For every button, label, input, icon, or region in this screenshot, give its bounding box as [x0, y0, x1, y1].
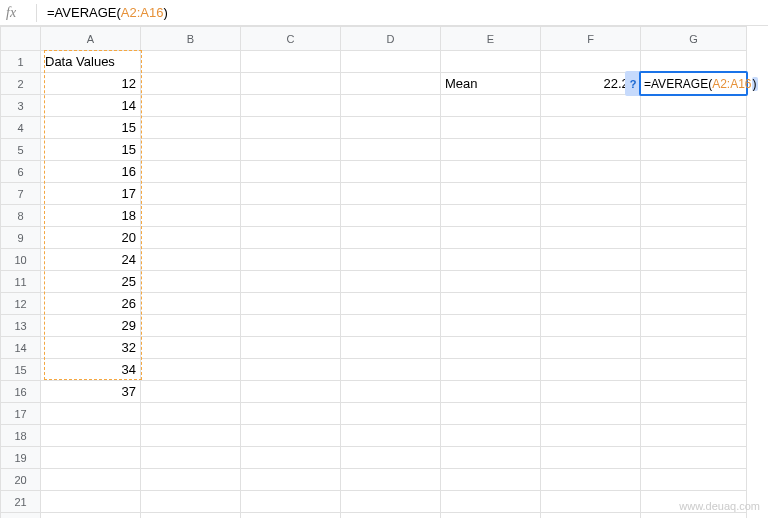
cell-A10[interactable]: 24: [41, 249, 141, 271]
cell-G1[interactable]: [641, 51, 747, 73]
cell[interactable]: [241, 205, 341, 227]
cell[interactable]: [641, 425, 747, 447]
cell-C1[interactable]: [241, 51, 341, 73]
col-header-G[interactable]: G: [641, 27, 747, 51]
cell[interactable]: [541, 403, 641, 425]
cell[interactable]: [441, 337, 541, 359]
cell[interactable]: [541, 227, 641, 249]
cell[interactable]: [241, 403, 341, 425]
cell[interactable]: [141, 491, 241, 513]
row-header-14[interactable]: 14: [1, 337, 41, 359]
cell[interactable]: [241, 315, 341, 337]
cell[interactable]: [241, 381, 341, 403]
cell[interactable]: [241, 161, 341, 183]
cell[interactable]: [341, 447, 441, 469]
cell[interactable]: [541, 315, 641, 337]
cell[interactable]: [241, 447, 341, 469]
cell[interactable]: [641, 381, 747, 403]
col-header-C[interactable]: C: [241, 27, 341, 51]
cell[interactable]: [441, 513, 541, 519]
cell-A9[interactable]: 20: [41, 227, 141, 249]
cell[interactable]: [641, 205, 747, 227]
cell[interactable]: [141, 447, 241, 469]
cell[interactable]: [541, 271, 641, 293]
cell[interactable]: [141, 227, 241, 249]
cell[interactable]: [441, 205, 541, 227]
row-header-5[interactable]: 5: [1, 139, 41, 161]
cell[interactable]: [141, 271, 241, 293]
cell[interactable]: [341, 183, 441, 205]
cell[interactable]: [441, 95, 541, 117]
row-header-11[interactable]: 11: [1, 271, 41, 293]
cell-A5[interactable]: 15: [41, 139, 141, 161]
cell[interactable]: [541, 381, 641, 403]
cell-D1[interactable]: [341, 51, 441, 73]
cell[interactable]: [641, 447, 747, 469]
cell[interactable]: [641, 249, 747, 271]
cell[interactable]: [241, 95, 341, 117]
cell[interactable]: [641, 513, 747, 519]
col-header-F[interactable]: F: [541, 27, 641, 51]
row-header-17[interactable]: 17: [1, 403, 41, 425]
cell[interactable]: [441, 491, 541, 513]
cell[interactable]: [541, 139, 641, 161]
cell[interactable]: [341, 469, 441, 491]
cell[interactable]: [141, 95, 241, 117]
cell[interactable]: [141, 315, 241, 337]
cell[interactable]: [441, 139, 541, 161]
cell[interactable]: [141, 139, 241, 161]
cell[interactable]: [41, 403, 141, 425]
cell[interactable]: [641, 293, 747, 315]
cell-A8[interactable]: 18: [41, 205, 141, 227]
row-header-15[interactable]: 15: [1, 359, 41, 381]
cell[interactable]: [441, 447, 541, 469]
cell[interactable]: [441, 249, 541, 271]
row-header-19[interactable]: 19: [1, 447, 41, 469]
cell[interactable]: [341, 359, 441, 381]
cell[interactable]: [441, 315, 541, 337]
row-header-10[interactable]: 10: [1, 249, 41, 271]
cell[interactable]: [641, 337, 747, 359]
cell-D2[interactable]: [341, 73, 441, 95]
cell[interactable]: [541, 469, 641, 491]
cell[interactable]: [141, 403, 241, 425]
row-header-4[interactable]: 4: [1, 117, 41, 139]
cell-A14[interactable]: 32: [41, 337, 141, 359]
cell[interactable]: [141, 381, 241, 403]
cell[interactable]: [341, 403, 441, 425]
cell[interactable]: [441, 271, 541, 293]
cell[interactable]: [541, 513, 641, 519]
cell[interactable]: [541, 183, 641, 205]
cell[interactable]: [641, 469, 747, 491]
cell[interactable]: [541, 359, 641, 381]
cell[interactable]: [441, 469, 541, 491]
cell[interactable]: [441, 293, 541, 315]
cell[interactable]: [241, 337, 341, 359]
row-header-2[interactable]: 2: [1, 73, 41, 95]
spreadsheet-grid[interactable]: A B C D E F G 1 Data Values 2 12 Mean 2: [0, 26, 747, 518]
cell[interactable]: [541, 205, 641, 227]
cell-A7[interactable]: 17: [41, 183, 141, 205]
cell[interactable]: [341, 271, 441, 293]
cell[interactable]: [241, 469, 341, 491]
formula-bar[interactable]: fx =AVERAGE(A2:A16): [0, 0, 768, 26]
cell[interactable]: [541, 447, 641, 469]
cell[interactable]: [341, 249, 441, 271]
col-header-E[interactable]: E: [441, 27, 541, 51]
cell[interactable]: [141, 513, 241, 519]
cell[interactable]: [441, 161, 541, 183]
cell-A2[interactable]: 12: [41, 73, 141, 95]
row-header-22[interactable]: 22: [1, 513, 41, 519]
cell[interactable]: [441, 117, 541, 139]
row-header-6[interactable]: 6: [1, 161, 41, 183]
row-header-20[interactable]: 20: [1, 469, 41, 491]
row-header-8[interactable]: 8: [1, 205, 41, 227]
cell-A13[interactable]: 29: [41, 315, 141, 337]
cell[interactable]: [541, 117, 641, 139]
cell[interactable]: [541, 293, 641, 315]
cell[interactable]: [341, 227, 441, 249]
cell[interactable]: [641, 403, 747, 425]
cell[interactable]: [441, 403, 541, 425]
select-all-corner[interactable]: [1, 27, 41, 51]
cell[interactable]: [441, 183, 541, 205]
